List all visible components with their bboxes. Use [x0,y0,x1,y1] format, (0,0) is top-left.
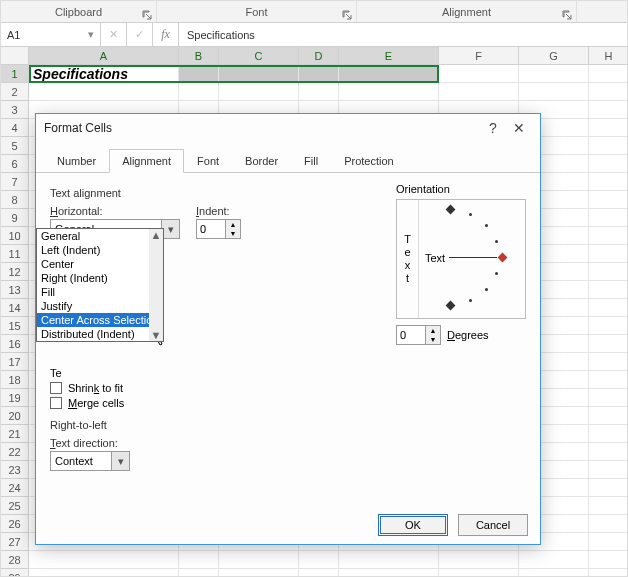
row-header[interactable]: 21 [1,425,29,443]
cell[interactable] [299,569,339,577]
dropdown-option[interactable]: Distributed (Indent) [37,327,163,341]
cell[interactable] [339,65,439,83]
row-header[interactable]: 10 [1,227,29,245]
row-header[interactable]: 23 [1,461,29,479]
dropdown-option[interactable]: Fill [37,285,163,299]
row-header[interactable]: 15 [1,317,29,335]
cell[interactable] [589,209,628,227]
cell[interactable] [519,569,589,577]
cell[interactable] [589,425,628,443]
column-header[interactable]: B [179,47,219,65]
column-header[interactable]: D [299,47,339,65]
horizontal-dropdown-list[interactable]: ▲ ▼ GeneralLeft (Indent)CenterRight (Ind… [36,228,164,342]
cell[interactable] [299,65,339,83]
tab-fill[interactable]: Fill [291,149,331,173]
ok-button[interactable]: OK [378,514,448,536]
name-box[interactable]: A1 ▾ [1,23,101,46]
tab-number[interactable]: Number [44,149,109,173]
cell[interactable] [589,515,628,533]
indent-spinner[interactable]: ▲ ▼ [196,219,241,239]
row-header[interactable]: 12 [1,263,29,281]
spinner-down-icon[interactable]: ▼ [426,335,440,344]
row-header[interactable]: 13 [1,281,29,299]
text-direction-combo[interactable]: Context ▾ [50,451,130,471]
row-header[interactable]: 26 [1,515,29,533]
cell[interactable] [589,137,628,155]
column-header[interactable]: A [29,47,179,65]
dropdown-option[interactable]: General [37,229,163,243]
close-button[interactable]: ✕ [506,117,532,139]
cell[interactable] [589,155,628,173]
cell[interactable] [219,83,299,101]
dropdown-option[interactable]: Justify [37,299,163,313]
row-header[interactable]: 29 [1,569,29,577]
row-header[interactable]: 7 [1,173,29,191]
cell[interactable] [589,353,628,371]
cancel-button[interactable]: Cancel [458,514,528,536]
cell[interactable] [589,497,628,515]
column-header[interactable]: C [219,47,299,65]
tab-alignment[interactable]: Alignment [109,149,184,173]
cell[interactable] [589,407,628,425]
tab-protection[interactable]: Protection [331,149,407,173]
cell[interactable] [179,65,219,83]
cell[interactable] [589,371,628,389]
tab-font[interactable]: Font [184,149,232,173]
cell[interactable] [589,443,628,461]
row-header[interactable]: 19 [1,389,29,407]
cell[interactable] [29,569,179,577]
row-header[interactable]: 11 [1,245,29,263]
cell[interactable] [439,551,519,569]
tab-border[interactable]: Border [232,149,291,173]
row-header[interactable]: 8 [1,191,29,209]
cell[interactable] [589,281,628,299]
cell[interactable] [589,227,628,245]
indent-value[interactable] [196,219,226,239]
row-header[interactable]: 20 [1,407,29,425]
cell[interactable] [589,533,628,551]
cell[interactable] [589,551,628,569]
cell[interactable] [519,83,589,101]
column-header[interactable]: H [589,47,628,65]
cell[interactable] [339,83,439,101]
column-header[interactable]: F [439,47,519,65]
scroll-down-icon[interactable]: ▼ [151,329,162,341]
row-header[interactable]: 28 [1,551,29,569]
row-header[interactable]: 14 [1,299,29,317]
cell[interactable] [589,317,628,335]
dropdown-option[interactable]: Right (Indent) [37,271,163,285]
spinner-up-icon[interactable]: ▲ [426,326,440,335]
dropdown-option[interactable]: Center Across Selection [37,313,163,327]
cell[interactable] [519,551,589,569]
cell[interactable] [299,551,339,569]
cell[interactable] [589,191,628,209]
shrink-to-fit-checkbox[interactable]: Shrink to fit [50,382,526,394]
row-header[interactable]: 2 [1,83,29,101]
cell[interactable] [179,83,219,101]
cell[interactable] [29,551,179,569]
formula-bar[interactable]: Specifications [179,23,627,46]
row-header[interactable]: 3 [1,101,29,119]
cell[interactable] [589,335,628,353]
dropdown-option[interactable]: Left (Indent) [37,243,163,257]
orientation-control[interactable]: T e x t Text [396,199,526,319]
row-header[interactable]: 22 [1,443,29,461]
column-header[interactable]: E [339,47,439,65]
cell[interactable]: Specifications [29,65,179,83]
cell[interactable] [519,65,589,83]
cell[interactable] [439,569,519,577]
cell[interactable] [589,461,628,479]
row-header[interactable]: 9 [1,209,29,227]
cell[interactable] [589,83,628,101]
cell[interactable] [219,65,299,83]
cell[interactable] [589,479,628,497]
spinner-up-icon[interactable]: ▲ [226,220,240,229]
cell[interactable] [439,83,519,101]
chevron-down-icon[interactable]: ▾ [88,28,94,41]
cell[interactable] [179,569,219,577]
cell[interactable] [439,65,519,83]
cell[interactable] [299,83,339,101]
dropdown-option[interactable]: Center [37,257,163,271]
cell[interactable] [589,173,628,191]
scroll-up-icon[interactable]: ▲ [151,229,162,241]
